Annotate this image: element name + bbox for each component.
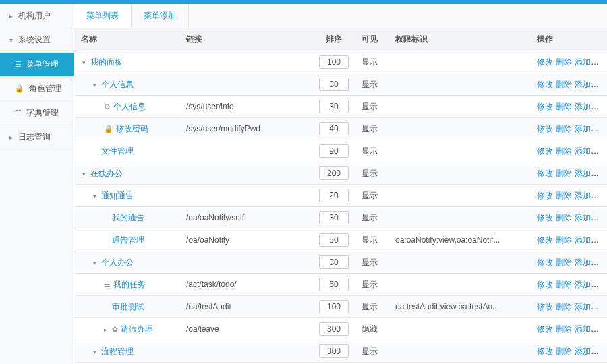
action-delete[interactable]: 删除 — [556, 57, 572, 67]
action-delete[interactable]: 删除 — [556, 169, 572, 178]
row-name-link[interactable]: 通知通告 — [101, 191, 134, 200]
action-delete[interactable]: 删除 — [556, 102, 572, 111]
cell-permission — [391, 96, 533, 118]
sort-input[interactable] — [319, 255, 349, 269]
sort-input[interactable] — [319, 100, 349, 113]
row-name-link[interactable]: 个人信息 — [113, 102, 146, 111]
row-name-link[interactable]: 我的通告 — [112, 213, 144, 222]
action-add-child[interactable]: 添加下级菜单 — [575, 235, 607, 245]
action-add-child[interactable]: 添加下级菜单 — [575, 169, 607, 178]
action-add-child[interactable]: 添加下级菜单 — [575, 146, 607, 156]
tree-caret-icon[interactable]: ▾ — [93, 193, 98, 200]
sidebar-item-org-users[interactable]: ▸ 机构用户 — [0, 4, 74, 28]
action-add-child[interactable]: 添加下级菜单 — [575, 80, 607, 89]
table-row: 我的通告/oa/oaNotify/self显示修改删除添加下级菜单 — [74, 207, 607, 229]
sidebar-item-role-mgmt[interactable]: 🔒 角色管理 — [0, 77, 74, 101]
tree-caret-icon[interactable]: ▾ — [93, 82, 98, 88]
action-delete[interactable]: 删除 — [556, 124, 572, 133]
action-edit[interactable]: 修改 — [537, 280, 553, 289]
sidebar-item-menu-mgmt[interactable]: ☰ 菜单管理 — [0, 53, 74, 77]
action-add-child[interactable]: 添加下级菜单 — [575, 324, 607, 334]
sort-input[interactable] — [319, 144, 349, 158]
row-name-link[interactable]: 文件管理 — [101, 146, 134, 156]
action-edit[interactable]: 修改 — [537, 102, 553, 111]
action-edit[interactable]: 修改 — [537, 146, 553, 156]
action-edit[interactable]: 修改 — [537, 191, 553, 200]
cell-actions: 修改删除添加下级菜单 — [533, 340, 607, 363]
action-edit[interactable]: 修改 — [537, 346, 553, 356]
tree-caret-icon[interactable]: ▾ — [82, 59, 88, 66]
row-name-link[interactable]: 审批测试 — [112, 302, 144, 311]
action-edit[interactable]: 修改 — [537, 57, 553, 67]
row-name-link[interactable]: 修改密码 — [116, 124, 148, 133]
cell-visible: 显示 — [357, 229, 391, 251]
action-edit[interactable]: 修改 — [537, 257, 553, 267]
action-add-child[interactable]: 添加下级菜单 — [575, 213, 607, 222]
sidebar-item-log-query[interactable]: ▸ 日志查询 — [0, 125, 74, 150]
action-edit[interactable]: 修改 — [537, 302, 553, 311]
sort-input[interactable] — [319, 166, 349, 180]
sort-input[interactable] — [319, 322, 349, 336]
tree-caret-icon[interactable]: ▾ — [82, 171, 88, 177]
sort-input[interactable] — [319, 233, 349, 247]
action-add-child[interactable]: 添加下级菜单 — [575, 257, 607, 267]
cell-sort — [310, 96, 357, 118]
action-delete[interactable]: 删除 — [556, 235, 572, 245]
sort-input[interactable] — [319, 300, 349, 313]
row-name-link[interactable]: 请假办理 — [121, 324, 153, 334]
action-edit[interactable]: 修改 — [537, 169, 553, 178]
sidebar-item-dict-mgmt[interactable]: ☷ 字典管理 — [0, 101, 74, 125]
action-delete[interactable]: 删除 — [556, 302, 572, 311]
action-add-child[interactable]: 添加下级菜单 — [575, 280, 607, 289]
tab-menu-list[interactable]: 菜单列表 — [74, 4, 132, 28]
action-edit[interactable]: 修改 — [537, 80, 553, 89]
sort-input[interactable] — [319, 211, 349, 224]
sort-input[interactable] — [319, 189, 349, 202]
sidebar-item-system-settings[interactable]: ▾ 系统设置 — [0, 28, 74, 53]
col-header-link: 链接 — [182, 28, 310, 51]
cell-permission — [391, 140, 533, 162]
action-add-child[interactable]: 添加下级菜单 — [575, 346, 607, 356]
cell-sort — [310, 318, 357, 340]
action-delete[interactable]: 删除 — [556, 324, 572, 334]
cell-actions: 修改删除添加下级菜单 — [533, 274, 607, 296]
action-add-child[interactable]: 添加下级菜单 — [575, 124, 607, 133]
action-delete[interactable]: 删除 — [556, 346, 572, 356]
action-delete[interactable]: 删除 — [556, 257, 572, 267]
sort-input[interactable] — [319, 55, 349, 69]
row-name-link[interactable]: 通告管理 — [112, 235, 144, 245]
action-delete[interactable]: 删除 — [556, 80, 572, 89]
row-name-link[interactable]: 我的面板 — [90, 57, 123, 67]
tree-caret-icon[interactable]: ▾ — [93, 260, 98, 266]
action-delete[interactable]: 删除 — [556, 146, 572, 156]
action-add-child[interactable]: 添加下级菜单 — [575, 102, 607, 111]
row-name-link[interactable]: 个人办公 — [101, 257, 134, 267]
tree-caret-icon[interactable]: ▸ — [104, 326, 109, 333]
sort-input[interactable] — [319, 344, 349, 358]
action-add-child[interactable]: 添加下级菜单 — [575, 57, 607, 67]
action-edit[interactable]: 修改 — [537, 213, 553, 222]
action-delete[interactable]: 删除 — [556, 213, 572, 222]
row-name-link[interactable]: 在线办公 — [90, 169, 123, 178]
action-edit[interactable]: 修改 — [537, 235, 553, 245]
cell-permission — [391, 162, 533, 185]
cell-sort — [310, 296, 357, 318]
cell-visible: 显示 — [357, 185, 391, 207]
action-delete[interactable]: 删除 — [556, 191, 572, 200]
cell-name: 🔒修改密码 — [74, 118, 182, 140]
row-name-link[interactable]: 流程管理 — [101, 346, 134, 356]
cell-permission — [391, 118, 533, 140]
sort-input[interactable] — [319, 78, 349, 91]
sort-input[interactable] — [319, 122, 349, 135]
action-add-child[interactable]: 添加下级菜单 — [575, 191, 607, 200]
tab-menu-add[interactable]: 菜单添加 — [132, 4, 189, 28]
action-edit[interactable]: 修改 — [537, 324, 553, 334]
tree-caret-icon[interactable]: ▾ — [93, 348, 98, 355]
action-add-child[interactable]: 添加下级菜单 — [575, 302, 607, 311]
action-delete[interactable]: 删除 — [556, 280, 572, 289]
cell-link: /oa/oaNotify/self — [182, 207, 310, 229]
row-name-link[interactable]: 我的任务 — [113, 280, 146, 289]
action-edit[interactable]: 修改 — [537, 124, 553, 133]
row-name-link[interactable]: 个人信息 — [101, 80, 134, 89]
sort-input[interactable] — [319, 278, 349, 291]
